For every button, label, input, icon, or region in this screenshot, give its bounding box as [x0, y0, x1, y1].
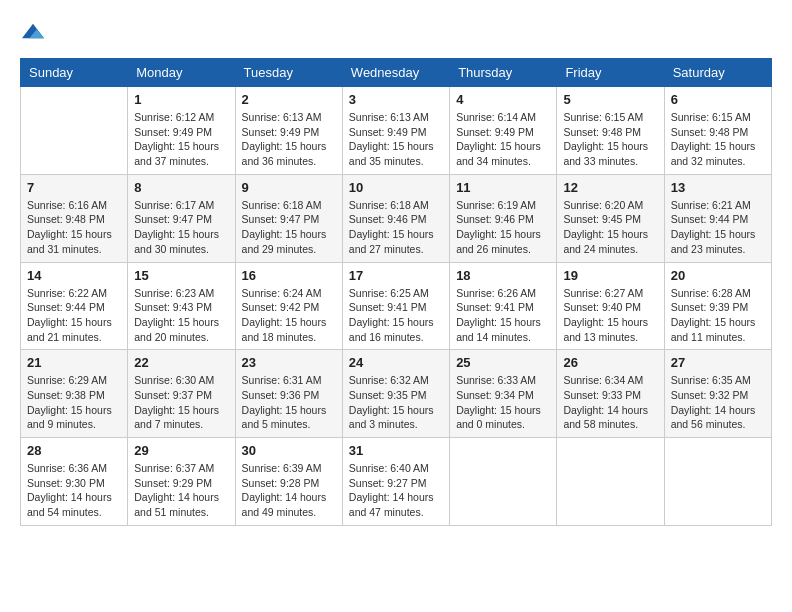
day-number: 29	[134, 443, 228, 458]
day-info: Sunrise: 6:37 AMSunset: 9:29 PMDaylight:…	[134, 461, 228, 520]
day-info: Sunrise: 6:24 AMSunset: 9:42 PMDaylight:…	[242, 286, 336, 345]
calendar-cell: 15Sunrise: 6:23 AMSunset: 9:43 PMDayligh…	[128, 262, 235, 350]
calendar-cell: 7Sunrise: 6:16 AMSunset: 9:48 PMDaylight…	[21, 174, 128, 262]
day-info: Sunrise: 6:29 AMSunset: 9:38 PMDaylight:…	[27, 373, 121, 432]
calendar-week-4: 21Sunrise: 6:29 AMSunset: 9:38 PMDayligh…	[21, 350, 772, 438]
calendar-cell: 21Sunrise: 6:29 AMSunset: 9:38 PMDayligh…	[21, 350, 128, 438]
day-number: 5	[563, 92, 657, 107]
day-info: Sunrise: 6:12 AMSunset: 9:49 PMDaylight:…	[134, 110, 228, 169]
calendar-cell: 17Sunrise: 6:25 AMSunset: 9:41 PMDayligh…	[342, 262, 449, 350]
calendar-header-row: SundayMondayTuesdayWednesdayThursdayFrid…	[21, 59, 772, 87]
day-number: 19	[563, 268, 657, 283]
calendar-cell: 14Sunrise: 6:22 AMSunset: 9:44 PMDayligh…	[21, 262, 128, 350]
day-info: Sunrise: 6:33 AMSunset: 9:34 PMDaylight:…	[456, 373, 550, 432]
calendar-cell: 12Sunrise: 6:20 AMSunset: 9:45 PMDayligh…	[557, 174, 664, 262]
calendar-week-1: 1Sunrise: 6:12 AMSunset: 9:49 PMDaylight…	[21, 87, 772, 175]
day-number: 7	[27, 180, 121, 195]
day-number: 25	[456, 355, 550, 370]
calendar-cell: 23Sunrise: 6:31 AMSunset: 9:36 PMDayligh…	[235, 350, 342, 438]
calendar-cell: 20Sunrise: 6:28 AMSunset: 9:39 PMDayligh…	[664, 262, 771, 350]
column-header-sunday: Sunday	[21, 59, 128, 87]
calendar-table: SundayMondayTuesdayWednesdayThursdayFrid…	[20, 58, 772, 526]
calendar-cell: 11Sunrise: 6:19 AMSunset: 9:46 PMDayligh…	[450, 174, 557, 262]
day-number: 3	[349, 92, 443, 107]
day-number: 4	[456, 92, 550, 107]
calendar-cell	[664, 438, 771, 526]
day-number: 10	[349, 180, 443, 195]
day-number: 26	[563, 355, 657, 370]
column-header-tuesday: Tuesday	[235, 59, 342, 87]
column-header-monday: Monday	[128, 59, 235, 87]
day-info: Sunrise: 6:16 AMSunset: 9:48 PMDaylight:…	[27, 198, 121, 257]
day-info: Sunrise: 6:20 AMSunset: 9:45 PMDaylight:…	[563, 198, 657, 257]
calendar-cell: 3Sunrise: 6:13 AMSunset: 9:49 PMDaylight…	[342, 87, 449, 175]
day-number: 18	[456, 268, 550, 283]
calendar-cell: 27Sunrise: 6:35 AMSunset: 9:32 PMDayligh…	[664, 350, 771, 438]
day-number: 23	[242, 355, 336, 370]
day-number: 1	[134, 92, 228, 107]
day-number: 31	[349, 443, 443, 458]
day-number: 6	[671, 92, 765, 107]
calendar-cell: 1Sunrise: 6:12 AMSunset: 9:49 PMDaylight…	[128, 87, 235, 175]
day-number: 28	[27, 443, 121, 458]
calendar-cell: 22Sunrise: 6:30 AMSunset: 9:37 PMDayligh…	[128, 350, 235, 438]
day-info: Sunrise: 6:36 AMSunset: 9:30 PMDaylight:…	[27, 461, 121, 520]
day-number: 21	[27, 355, 121, 370]
day-info: Sunrise: 6:22 AMSunset: 9:44 PMDaylight:…	[27, 286, 121, 345]
day-info: Sunrise: 6:13 AMSunset: 9:49 PMDaylight:…	[349, 110, 443, 169]
day-number: 22	[134, 355, 228, 370]
day-info: Sunrise: 6:35 AMSunset: 9:32 PMDaylight:…	[671, 373, 765, 432]
day-info: Sunrise: 6:28 AMSunset: 9:39 PMDaylight:…	[671, 286, 765, 345]
calendar-cell: 24Sunrise: 6:32 AMSunset: 9:35 PMDayligh…	[342, 350, 449, 438]
day-info: Sunrise: 6:34 AMSunset: 9:33 PMDaylight:…	[563, 373, 657, 432]
day-info: Sunrise: 6:27 AMSunset: 9:40 PMDaylight:…	[563, 286, 657, 345]
day-info: Sunrise: 6:15 AMSunset: 9:48 PMDaylight:…	[671, 110, 765, 169]
day-number: 16	[242, 268, 336, 283]
day-number: 12	[563, 180, 657, 195]
calendar-week-3: 14Sunrise: 6:22 AMSunset: 9:44 PMDayligh…	[21, 262, 772, 350]
calendar-cell: 13Sunrise: 6:21 AMSunset: 9:44 PMDayligh…	[664, 174, 771, 262]
calendar-cell: 2Sunrise: 6:13 AMSunset: 9:49 PMDaylight…	[235, 87, 342, 175]
calendar-cell: 31Sunrise: 6:40 AMSunset: 9:27 PMDayligh…	[342, 438, 449, 526]
calendar-cell: 26Sunrise: 6:34 AMSunset: 9:33 PMDayligh…	[557, 350, 664, 438]
calendar-cell: 6Sunrise: 6:15 AMSunset: 9:48 PMDaylight…	[664, 87, 771, 175]
day-info: Sunrise: 6:32 AMSunset: 9:35 PMDaylight:…	[349, 373, 443, 432]
calendar-cell: 8Sunrise: 6:17 AMSunset: 9:47 PMDaylight…	[128, 174, 235, 262]
day-number: 15	[134, 268, 228, 283]
calendar-cell: 28Sunrise: 6:36 AMSunset: 9:30 PMDayligh…	[21, 438, 128, 526]
day-number: 17	[349, 268, 443, 283]
calendar-cell	[450, 438, 557, 526]
column-header-wednesday: Wednesday	[342, 59, 449, 87]
calendar-cell: 4Sunrise: 6:14 AMSunset: 9:49 PMDaylight…	[450, 87, 557, 175]
day-info: Sunrise: 6:39 AMSunset: 9:28 PMDaylight:…	[242, 461, 336, 520]
day-number: 24	[349, 355, 443, 370]
calendar-cell: 30Sunrise: 6:39 AMSunset: 9:28 PMDayligh…	[235, 438, 342, 526]
day-info: Sunrise: 6:21 AMSunset: 9:44 PMDaylight:…	[671, 198, 765, 257]
calendar-cell: 10Sunrise: 6:18 AMSunset: 9:46 PMDayligh…	[342, 174, 449, 262]
calendar-week-2: 7Sunrise: 6:16 AMSunset: 9:48 PMDaylight…	[21, 174, 772, 262]
calendar-cell: 16Sunrise: 6:24 AMSunset: 9:42 PMDayligh…	[235, 262, 342, 350]
day-info: Sunrise: 6:15 AMSunset: 9:48 PMDaylight:…	[563, 110, 657, 169]
column-header-friday: Friday	[557, 59, 664, 87]
page-header	[20, 20, 772, 42]
column-header-saturday: Saturday	[664, 59, 771, 87]
day-number: 20	[671, 268, 765, 283]
day-info: Sunrise: 6:40 AMSunset: 9:27 PMDaylight:…	[349, 461, 443, 520]
column-header-thursday: Thursday	[450, 59, 557, 87]
calendar-cell: 25Sunrise: 6:33 AMSunset: 9:34 PMDayligh…	[450, 350, 557, 438]
calendar-cell: 5Sunrise: 6:15 AMSunset: 9:48 PMDaylight…	[557, 87, 664, 175]
logo	[20, 20, 44, 42]
day-info: Sunrise: 6:13 AMSunset: 9:49 PMDaylight:…	[242, 110, 336, 169]
day-number: 27	[671, 355, 765, 370]
calendar-cell: 29Sunrise: 6:37 AMSunset: 9:29 PMDayligh…	[128, 438, 235, 526]
day-info: Sunrise: 6:19 AMSunset: 9:46 PMDaylight:…	[456, 198, 550, 257]
day-number: 11	[456, 180, 550, 195]
calendar-week-5: 28Sunrise: 6:36 AMSunset: 9:30 PMDayligh…	[21, 438, 772, 526]
logo-icon	[22, 20, 44, 42]
day-number: 9	[242, 180, 336, 195]
day-info: Sunrise: 6:25 AMSunset: 9:41 PMDaylight:…	[349, 286, 443, 345]
day-info: Sunrise: 6:14 AMSunset: 9:49 PMDaylight:…	[456, 110, 550, 169]
day-number: 30	[242, 443, 336, 458]
day-info: Sunrise: 6:30 AMSunset: 9:37 PMDaylight:…	[134, 373, 228, 432]
day-info: Sunrise: 6:18 AMSunset: 9:46 PMDaylight:…	[349, 198, 443, 257]
